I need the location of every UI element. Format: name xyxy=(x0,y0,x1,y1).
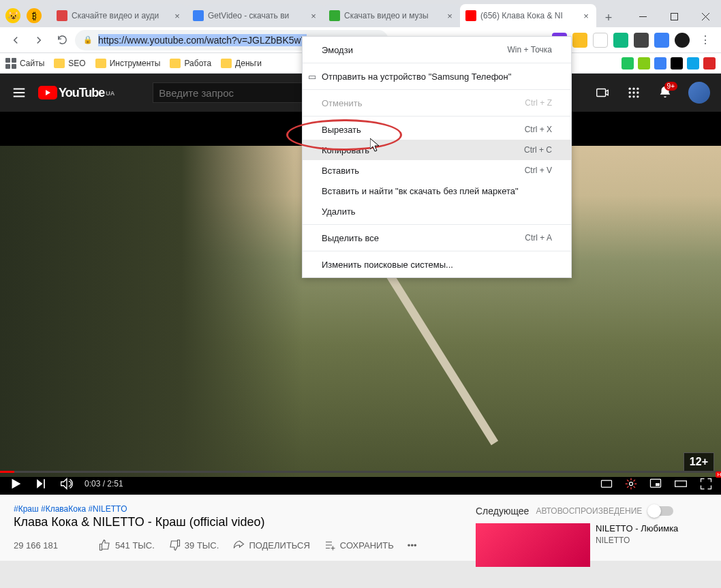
menu-item-select-all[interactable]: Выделить все Ctrl + A xyxy=(303,228,571,248)
youtube-header-right: 9+ xyxy=(594,82,710,104)
back-button[interactable] xyxy=(5,30,26,50)
close-icon[interactable]: × xyxy=(445,11,455,20)
up-next-heading: Следующее xyxy=(476,506,529,516)
close-icon[interactable]: × xyxy=(581,11,591,20)
miniplayer-icon[interactable] xyxy=(649,477,662,491)
menu-item-paste[interactable]: Вставить Ctrl + V xyxy=(303,160,571,181)
more-actions-button[interactable]: ••• xyxy=(408,539,417,551)
pinned-icon[interactable]: 😺 xyxy=(5,8,20,23)
close-window-button[interactable] xyxy=(690,5,721,27)
profile-icon[interactable] xyxy=(675,33,690,48)
volume-icon[interactable] xyxy=(59,476,74,491)
extension-icon[interactable] xyxy=(572,33,587,48)
pinned-tabs: 😺 ₿ xyxy=(0,8,47,27)
next-video-channel: NILETTO xyxy=(596,536,678,545)
bookmark-folder[interactable]: Инструменты xyxy=(95,59,161,68)
youtube-region: UA xyxy=(106,90,114,97)
maximize-button[interactable] xyxy=(658,5,690,27)
window-titlebar: 😺 ₿ Скачайте видео и ауди × GetVideo - с… xyxy=(0,0,721,27)
svg-point-6 xyxy=(632,88,634,90)
theater-icon[interactable] xyxy=(673,477,688,491)
create-icon[interactable] xyxy=(594,84,611,101)
bookmark-icon[interactable] xyxy=(654,57,666,69)
menu-item-emoji[interactable]: Эмодзи Win + Точка xyxy=(303,40,571,60)
bookmark-icon[interactable] xyxy=(671,57,683,69)
subtitles-icon[interactable] xyxy=(600,477,613,491)
reload-button[interactable] xyxy=(52,30,72,50)
tab-favicon xyxy=(57,10,67,21)
bookmark-icon[interactable] xyxy=(687,57,699,69)
bookmark-icons-right xyxy=(622,57,716,69)
apps-button[interactable]: Сайты xyxy=(5,58,44,69)
dislike-button[interactable]: 39 ТЫС. xyxy=(168,539,219,551)
fullscreen-icon[interactable] xyxy=(699,477,713,491)
tab-title: Скачать видео и музы xyxy=(344,11,441,20)
svg-point-5 xyxy=(629,88,631,90)
menu-item-search-engines[interactable]: Изменить поисковые системы... xyxy=(303,254,571,275)
browser-tab[interactable]: GetVideo - скачать ви × xyxy=(187,4,324,27)
pinned-icon[interactable]: ₿ xyxy=(27,8,42,23)
extension-icon[interactable] xyxy=(654,33,669,48)
close-icon[interactable]: × xyxy=(172,11,182,20)
hamburger-icon[interactable] xyxy=(11,84,27,101)
youtube-play-icon xyxy=(38,86,57,99)
bookmark-folder[interactable]: SEO xyxy=(54,59,85,68)
browser-tab-active[interactable]: (656) Клава Кока & NI × xyxy=(460,4,596,27)
svg-rect-14 xyxy=(602,480,612,487)
tab-title: GetVideo - скачать ви xyxy=(208,11,305,20)
tab-title: (656) Клава Кока & NI xyxy=(480,11,577,20)
like-button[interactable]: 541 ТЫС. xyxy=(99,539,155,551)
bookmark-folder[interactable]: Работа xyxy=(170,59,211,68)
svg-point-9 xyxy=(632,91,634,93)
tab-title: Скачайте видео и ауди xyxy=(72,11,168,20)
forward-button[interactable] xyxy=(29,30,49,50)
up-next-section: Следующее АВТОВОСПРОИЗВЕДЕНИЕ NILETTO - … xyxy=(476,506,707,567)
browser-tab[interactable]: Скачать видео и музы × xyxy=(324,4,460,27)
extension-icon[interactable] xyxy=(613,33,628,48)
apps-icon xyxy=(5,58,16,69)
svg-point-11 xyxy=(629,95,631,97)
apps-grid-icon[interactable] xyxy=(626,84,642,101)
window-controls xyxy=(627,5,721,27)
menu-item-paste-and-search[interactable]: Вставить и найти "вк скачать без плей ма… xyxy=(303,181,571,201)
folder-icon xyxy=(54,59,65,68)
bookmark-icon[interactable] xyxy=(622,57,634,69)
menu-item-undo: Отменить Ctrl + Z xyxy=(303,93,571,113)
notifications-icon[interactable]: 9+ xyxy=(657,84,673,101)
play-button[interactable] xyxy=(8,476,23,491)
tab-favicon xyxy=(465,10,476,21)
lock-icon: 🔒 xyxy=(83,35,93,44)
extensions-menu-icon[interactable] xyxy=(634,33,649,48)
next-video-item[interactable]: NILETTO - Любимка NILETTO xyxy=(476,523,707,567)
next-button[interactable] xyxy=(34,477,48,491)
extension-icon[interactable] xyxy=(593,33,608,48)
bookmark-folder[interactable]: Деньги xyxy=(221,59,262,68)
menu-item-send-to-device[interactable]: ▭ Отправить на устройство "Samsung Телеф… xyxy=(303,66,571,87)
browser-tab[interactable]: Скачайте видео и ауди × xyxy=(51,4,187,27)
age-badge: 12+ xyxy=(684,452,714,471)
settings-icon[interactable]: HD xyxy=(624,477,638,491)
url-text: https://www.youtube.com/watch?v=JGLZbBK5… xyxy=(98,34,307,46)
svg-point-12 xyxy=(632,95,634,97)
menu-item-cut[interactable]: Вырезать Ctrl + X xyxy=(303,119,571,140)
svg-point-10 xyxy=(636,91,639,93)
minimize-button[interactable] xyxy=(627,5,658,27)
chrome-menu-icon[interactable]: ⋮ xyxy=(695,30,716,50)
apps-label: Сайты xyxy=(20,59,44,68)
svg-point-7 xyxy=(636,88,639,90)
tab-strip: Скачайте видео и ауди × GetVideo - скача… xyxy=(51,4,627,27)
new-tab-button[interactable]: + xyxy=(599,8,618,27)
share-button[interactable]: ПОДЕЛИТЬСЯ xyxy=(232,539,309,551)
autoplay-toggle[interactable] xyxy=(649,506,673,516)
save-button[interactable]: СОХРАНИТЬ xyxy=(324,539,394,551)
bookmark-icon[interactable] xyxy=(638,57,650,69)
youtube-logo[interactable]: YouTube UA xyxy=(38,86,114,100)
bookmark-icon[interactable] xyxy=(703,57,716,69)
menu-item-delete[interactable]: Удалить xyxy=(303,201,571,221)
close-icon[interactable]: × xyxy=(309,11,318,20)
extension-area: ⋮ xyxy=(552,30,716,50)
folder-icon xyxy=(170,59,181,68)
user-avatar[interactable] xyxy=(688,82,710,104)
menu-item-copy[interactable]: Копировать Ctrl + C xyxy=(303,140,571,160)
folder-icon xyxy=(221,59,232,68)
